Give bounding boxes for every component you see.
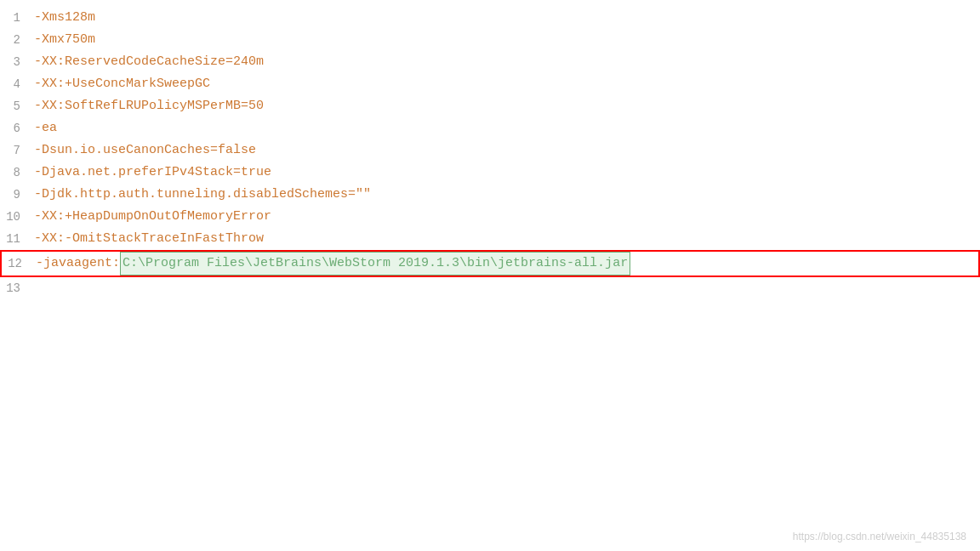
line-number: 1: [3, 9, 34, 27]
line-content: -Djava.net.preferIPv4Stack=true: [34, 162, 271, 183]
line-content: -XX:-OmitStackTraceInFastThrow: [34, 229, 264, 249]
code-line: 11-XX:-OmitStackTraceInFastThrow: [0, 228, 980, 250]
line-number: 11: [3, 230, 34, 248]
line-number: 3: [3, 53, 34, 71]
line-content: -Djdk.http.auth.tunneling.disabledScheme…: [34, 185, 371, 205]
javaagent-value: C:\Program Files\JetBrains\WebStorm 2019…: [120, 252, 630, 276]
line-number: 7: [3, 141, 34, 160]
line-content: -Dsun.io.useCanonCaches=false: [34, 140, 256, 161]
javaagent-key: -javaagent:: [36, 253, 120, 274]
line-number: 9: [3, 185, 34, 204]
line-content: -Xmx750m: [34, 30, 95, 50]
code-line: 9-Djdk.http.auth.tunneling.disabledSchem…: [0, 184, 980, 206]
line-number: 5: [3, 97, 34, 116]
watermark: https://blog.csdn.net/weixin_44835138: [793, 531, 966, 542]
code-line: 2-Xmx750m: [0, 29, 980, 51]
line-content: -XX:ReservedCodeCacheSize=240m: [34, 52, 264, 72]
line-number: 12: [5, 254, 36, 273]
code-line: 5-XX:SoftRefLRUPolicyMSPerMB=50: [0, 95, 980, 117]
line-content: -Xms128m: [34, 8, 95, 28]
code-line: 10-XX:+HeapDumpOnOutOfMemoryError: [0, 206, 980, 228]
line-content: -XX:+HeapDumpOnOutOfMemoryError: [34, 207, 271, 227]
line-content: -ea: [34, 118, 57, 139]
code-line: 12-javaagent:C:\Program Files\JetBrains\…: [0, 250, 980, 277]
code-container: 1-Xms128m2-Xmx750m3-XX:ReservedCodeCache…: [0, 0, 980, 551]
code-line: 3-XX:ReservedCodeCacheSize=240m: [0, 51, 980, 73]
line-number: 2: [3, 31, 34, 49]
line-number: 13: [3, 279, 34, 298]
line-number: 8: [3, 163, 34, 182]
code-line: 7-Dsun.io.useCanonCaches=false: [0, 139, 980, 162]
code-line: 13: [0, 277, 980, 299]
code-line: 8-Djava.net.preferIPv4Stack=true: [0, 162, 980, 184]
line-content: -XX:SoftRefLRUPolicyMSPerMB=50: [34, 96, 264, 116]
code-line: 1-Xms128m: [0, 7, 980, 29]
line-number: 4: [3, 75, 34, 94]
line-number: 6: [3, 119, 34, 138]
code-line: 4-XX:+UseConcMarkSweepGC: [0, 73, 980, 95]
line-content: -XX:+UseConcMarkSweepGC: [34, 74, 210, 94]
line-number: 10: [3, 207, 34, 226]
code-line: 6-ea: [0, 117, 980, 139]
